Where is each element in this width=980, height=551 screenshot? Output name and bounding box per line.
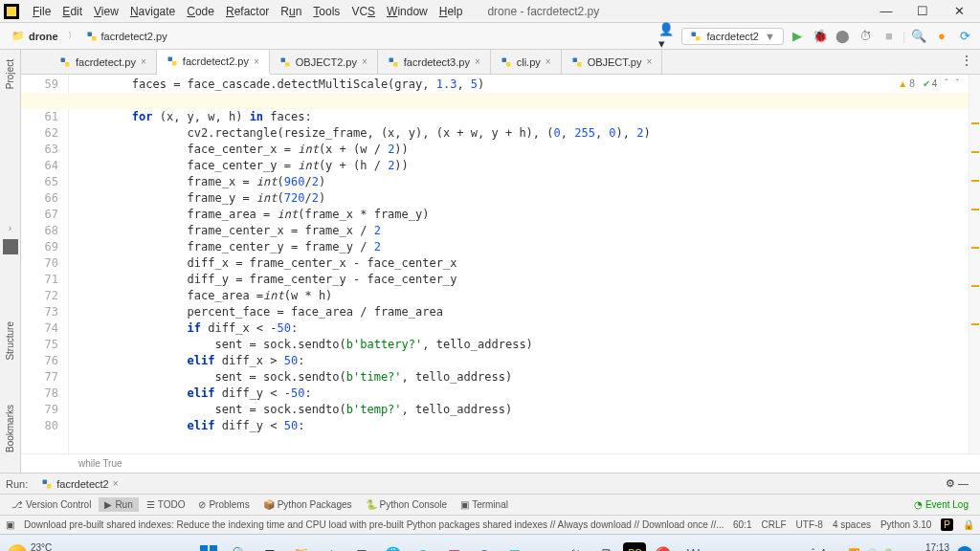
task-app[interactable]: ⊡ xyxy=(347,540,376,552)
side-tab-structure[interactable]: Structure xyxy=(3,316,17,366)
close-button[interactable]: ✕ xyxy=(942,2,976,21)
stop-button[interactable]: ■ xyxy=(880,27,899,46)
editor-tab[interactable]: cli.py× xyxy=(491,50,562,74)
user-icon[interactable]: 👤▾ xyxy=(658,27,678,46)
task-app[interactable]: ◎ xyxy=(470,540,499,552)
svg-rect-5 xyxy=(65,62,70,67)
status-message[interactable]: Download pre-built shared indexes: Reduc… xyxy=(24,519,724,530)
ide-update-button[interactable]: ● xyxy=(932,27,951,46)
task-word[interactable]: W xyxy=(679,540,707,552)
tool-version-control[interactable]: ⎇ Version Control xyxy=(6,497,97,512)
task-edge[interactable]: 🌐 xyxy=(378,540,407,552)
menu-window[interactable]: Window xyxy=(381,3,434,20)
statusbar-icon[interactable]: ▣ xyxy=(6,519,14,530)
editor-tab[interactable]: facrdetect2.py× xyxy=(157,50,270,75)
profile-button[interactable]: ⏱ xyxy=(857,27,876,46)
status-indent[interactable]: 4 spaces xyxy=(833,519,871,530)
editor-tab[interactable]: OBJECT.py× xyxy=(562,50,663,74)
status-eol[interactable]: CRLF xyxy=(761,519,786,530)
svg-rect-3 xyxy=(696,36,701,41)
close-icon[interactable]: × xyxy=(141,56,146,67)
menu-vcs[interactable]: VCS xyxy=(345,3,381,20)
task-search[interactable]: 🔍 xyxy=(225,540,254,552)
chevron-down-icon[interactable]: ˇ xyxy=(956,78,959,89)
code-editor[interactable]: faces = face_cascade.detectMultiScale(gr… xyxy=(69,75,980,453)
menu-tools[interactable]: Tools xyxy=(307,3,345,20)
settings-sync-button[interactable]: ⟳ xyxy=(955,27,974,46)
menu-refactor[interactable]: Refactor xyxy=(220,3,275,20)
status-encoding[interactable]: UTF-8 xyxy=(796,519,823,530)
editor-tab[interactable]: OBJECT2.py× xyxy=(270,50,378,74)
task-app[interactable]: ◆ xyxy=(317,540,345,552)
tool-todo[interactable]: ☰ TODO xyxy=(141,497,191,512)
status-ide-icon[interactable]: P xyxy=(941,518,953,531)
task-taskview[interactable]: ⊞ xyxy=(256,540,284,552)
editor-tab[interactable]: facrdetect.py× xyxy=(50,50,157,74)
task-app[interactable]: ✉ xyxy=(501,540,529,552)
menu-run[interactable]: Run xyxy=(275,3,307,20)
notifications-icon[interactable]: 1 xyxy=(957,546,972,552)
breadcrumb-file[interactable]: facrdetect2.py xyxy=(80,29,173,44)
task-pycharm[interactable]: PC xyxy=(623,542,646,552)
check-icon: ✔ xyxy=(923,78,930,89)
task-app[interactable]: ● xyxy=(531,540,560,552)
task-app[interactable]: ⧉ xyxy=(592,540,621,552)
run-button[interactable]: ▶ xyxy=(788,27,807,46)
maximize-button[interactable]: ☐ xyxy=(905,2,940,21)
run-settings-icon[interactable]: ⚙ — xyxy=(946,477,974,490)
run-panel-label: Run: xyxy=(6,478,28,490)
breadcrumb-project[interactable]: 📁drone xyxy=(6,28,64,44)
tool-problems[interactable]: ⊘ Problems xyxy=(192,497,255,512)
warning-icon: ▲ xyxy=(898,78,907,89)
status-position[interactable]: 60:1 xyxy=(733,519,751,530)
taskbar-clock[interactable]: 17:13 2022/05/22 xyxy=(902,542,949,552)
tool-python-console[interactable]: 🐍 Python Console xyxy=(360,497,454,512)
tool-run[interactable]: ▶ Run xyxy=(99,497,138,512)
start-button[interactable] xyxy=(194,540,223,552)
tool-python-packages[interactable]: 📦 Python Packages xyxy=(257,497,358,512)
tool-terminal[interactable]: ▣ Terminal xyxy=(455,497,514,512)
status-lock-icon[interactable]: 🔒 xyxy=(963,519,974,530)
menubar: File Edit View Navigate Code Refactor Ru… xyxy=(27,3,468,20)
menu-edit[interactable]: Edit xyxy=(56,3,88,20)
toolbar: 📁drone 〉 facrdetect2.py 👤▾ facrdetect2▼ … xyxy=(0,23,980,50)
editor-tab[interactable]: facrdetect3.py× xyxy=(378,50,491,74)
close-icon[interactable]: × xyxy=(362,56,368,67)
menu-help[interactable]: Help xyxy=(434,3,469,20)
gutter-icon[interactable] xyxy=(3,239,18,254)
menu-view[interactable]: View xyxy=(88,3,124,20)
run-config-selector[interactable]: facrdetect2▼ xyxy=(681,28,784,45)
status-python[interactable]: Python 3.10 xyxy=(880,519,931,530)
close-icon[interactable]: × xyxy=(475,56,480,67)
chevron-icon[interactable]: › xyxy=(9,223,11,233)
search-button[interactable]: 🔍 xyxy=(909,27,928,46)
chevron-right-icon: 〉 xyxy=(68,30,77,42)
close-icon[interactable]: × xyxy=(647,56,653,67)
event-log[interactable]: ◔ Event Log xyxy=(908,497,974,512)
inspections-widget[interactable]: ▲8 ✔4 ˆ ˇ xyxy=(898,78,959,89)
task-explorer[interactable]: 📁 xyxy=(286,540,315,552)
close-icon[interactable]: × xyxy=(546,56,551,67)
menu-code[interactable]: Code xyxy=(181,3,220,20)
svg-rect-12 xyxy=(501,57,506,62)
error-stripe[interactable] xyxy=(969,75,980,453)
svg-rect-11 xyxy=(393,62,398,67)
taskbar-weather[interactable]: 23°C晴れのちくもり xyxy=(8,542,91,552)
close-icon[interactable]: × xyxy=(254,56,259,67)
task-chrome[interactable]: 🔴 xyxy=(648,540,677,552)
coverage-button[interactable]: ⬤ xyxy=(834,27,853,46)
chevron-up-icon[interactable]: ˆ xyxy=(945,78,947,89)
menu-navigate[interactable]: Navigate xyxy=(124,3,181,20)
side-tab-bookmarks[interactable]: Bookmarks xyxy=(3,399,17,458)
task-app[interactable]: ◉ xyxy=(409,540,437,552)
code-breadcrumb[interactable]: while True xyxy=(21,453,980,473)
task-app[interactable]: 🛍 xyxy=(562,540,590,552)
run-tab[interactable]: facrdetect2 × xyxy=(35,476,123,492)
minimize-button[interactable]: — xyxy=(869,2,903,21)
side-tab-project[interactable]: Project xyxy=(3,54,17,95)
close-icon[interactable]: × xyxy=(113,478,119,489)
debug-button[interactable]: 🐞 xyxy=(811,27,830,46)
task-app[interactable]: ▦ xyxy=(439,540,468,552)
tabs-more[interactable]: ⋮ xyxy=(953,50,980,74)
menu-file[interactable]: File xyxy=(27,3,56,20)
